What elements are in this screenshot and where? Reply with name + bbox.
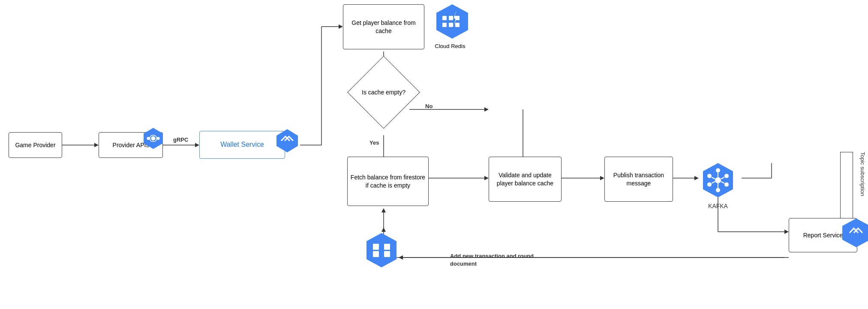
grpc-label: gRPC [173,136,188,143]
validate-update-box: Validate and update player balance cache [489,157,562,202]
grpc-icon [141,127,165,150]
svg-point-47 [724,174,729,178]
svg-marker-34 [276,129,298,152]
no-label: No [425,103,432,109]
get-balance-box: Get player balance from cache [343,4,424,49]
svg-marker-35 [436,4,468,39]
kafka-icon [699,161,737,200]
game-provider-box: Game Provider [9,132,62,158]
svg-marker-19 [694,176,699,180]
svg-rect-59 [373,251,379,257]
svg-rect-61 [384,251,390,257]
svg-rect-37 [442,23,447,27]
get-balance-label: Get player balance from cache [346,19,421,34]
svg-marker-3 [195,143,199,147]
svg-rect-60 [384,244,390,250]
svg-rect-39 [449,23,453,27]
wallet-service-label: Wallet Service [220,140,264,149]
svg-point-43 [715,177,721,183]
wallet-service-box: Wallet Service [199,131,285,159]
game-provider-label: Game Provider [15,141,55,149]
svg-rect-36 [442,16,447,20]
svg-point-32 [147,137,150,140]
add-transaction-label: Add new transaction and round document [450,252,562,268]
publish-msg-box: Publish transaction message [604,157,673,202]
wallet-service-icon [274,128,300,154]
svg-rect-38 [449,16,453,20]
report-service-icon [840,217,868,249]
cache-empty-label: Is cache empty? [362,88,405,96]
cloud-redis-icon [433,2,472,41]
svg-point-45 [716,188,720,192]
architecture-diagram: Game Provider Provider APIs gRPC Wallet … [0,0,868,309]
svg-point-33 [157,137,160,140]
firestore-icon [362,231,401,270]
svg-marker-1 [94,143,99,147]
svg-marker-65 [381,208,386,212]
svg-marker-15 [484,176,489,180]
fetch-balance-box: Fetch balance from firestore if cache is… [347,157,429,206]
svg-rect-41 [455,23,460,27]
yes-label: Yes [369,139,379,146]
svg-marker-57 [366,233,396,267]
fetch-balance-label: Fetch balance from firestore if cache is… [350,173,426,189]
cache-empty-diamond: Is cache empty? [358,67,409,118]
svg-marker-56 [842,218,868,247]
svg-marker-24 [784,230,789,234]
cloud-redis-label: Cloud Redis [431,43,469,49]
svg-point-31 [151,136,156,141]
kafka-label: KAFKA [699,203,737,209]
svg-marker-7 [339,24,343,29]
report-service-label: Report Service [803,231,843,239]
svg-point-44 [716,168,720,173]
publish-msg-label: Publish transaction message [607,171,670,187]
validate-update-label: Validate and update player balance cache [492,171,559,187]
svg-rect-58 [373,244,379,250]
svg-marker-17 [600,176,604,180]
svg-point-48 [707,182,712,187]
svg-point-46 [707,174,712,178]
svg-marker-11 [484,107,489,112]
svg-point-49 [724,182,729,187]
